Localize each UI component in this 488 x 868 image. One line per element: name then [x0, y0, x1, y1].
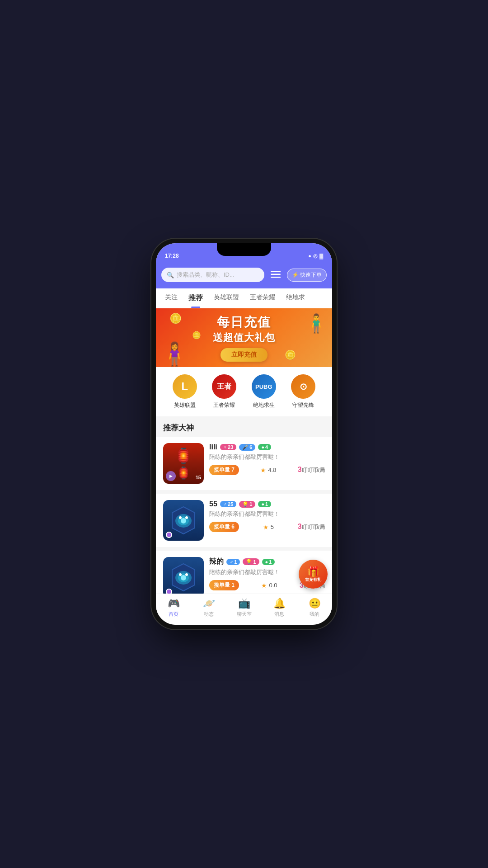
player-avatar-1[interactable] — [163, 500, 204, 541]
play-button-0[interactable]: ▶ — [166, 471, 176, 481]
nav-item-chat[interactable]: 📺 聊天室 — [226, 598, 262, 618]
player-avatar-2[interactable] — [163, 557, 204, 598]
game-icon-ow[interactable]: ⊙ 守望先锋 — [291, 374, 315, 409]
tab-pubg[interactable]: 绝地求 — [281, 288, 310, 308]
menu-button[interactable] — [268, 268, 283, 282]
rating-value-2: 0.0 — [269, 582, 277, 589]
tag-green-0: ● 4 — [258, 444, 271, 450]
tag-green-1: ● 1 — [258, 501, 271, 507]
order-badge-1: 接单量 6 — [209, 522, 239, 532]
player-name-0: lili — [209, 443, 217, 451]
coin-deco2: 🪙 — [192, 331, 201, 340]
star-icon-2: ★ — [261, 582, 267, 589]
nav-item-profile[interactable]: 😐 我的 — [297, 598, 332, 618]
tab-recommend[interactable]: 推荐 — [183, 288, 208, 308]
ow-icon-circle: ⊙ — [291, 374, 315, 399]
game-icon-lol[interactable]: L 英雄联盟 — [173, 374, 197, 409]
status-icons: ●◎▓ — [308, 253, 323, 259]
player-avatar-0[interactable]: 🏮 🏮 ▶ 15 — [163, 443, 204, 484]
player-name-1: 55 — [209, 500, 217, 508]
play-time-0: 15 — [196, 475, 201, 480]
robot-svg-1 — [168, 505, 199, 536]
profile-label: 我的 — [310, 611, 319, 618]
tag-green-2: ● 1 — [262, 559, 275, 565]
price-unit-1: 叮叮币/局 — [302, 524, 325, 530]
player-info-1: 55 ♂ 25 💡 1 ● 1 陪练的亲亲们都敲厉害哒！ 接单量 6 ★ 5 3… — [209, 500, 325, 541]
star-icon-0: ★ — [260, 467, 266, 474]
order-badge-2: 接单量 1 — [209, 580, 239, 590]
float-button[interactable]: 🎁 首充有礼 — [299, 560, 328, 589]
wzry-label: 王者荣耀 — [213, 401, 235, 409]
chat-label: 聊天室 — [237, 611, 252, 618]
message-icon: 🔔 — [273, 598, 286, 609]
bottom-nav: 🎮 首页 🪐 动态 📺 聊天室 🔔 消息 😐 我的 — [156, 594, 332, 625]
banner-button[interactable]: 立即充值 — [221, 348, 267, 362]
search-bar[interactable]: 🔍 搜索品类、昵称、ID... — [161, 268, 264, 282]
quick-order-label: 快速下单 — [300, 271, 322, 279]
nav-item-message[interactable]: 🔔 消息 — [262, 598, 297, 618]
player-name-row-1: 55 ♂ 25 💡 1 ● 1 — [209, 500, 325, 508]
gift-icon: 🎁 — [307, 566, 319, 578]
tag-male-1: ♂ 25 — [220, 501, 237, 507]
game-icon-wzry[interactable]: 王者 王者荣耀 — [212, 374, 236, 409]
svg-rect-2 — [271, 277, 281, 278]
tag-pink-1: 💡 1 — [239, 501, 255, 508]
player-desc-0: 陪练的亲亲们都敲厉害哒！ — [209, 453, 325, 461]
chat-icon: 📺 — [238, 598, 250, 609]
player-stats-0: 接单量 7 ★ 4.8 3叮叮币/局 — [209, 465, 325, 475]
order-badge-0: 接单量 7 — [209, 465, 239, 475]
tab-follow[interactable]: 关注 — [160, 288, 183, 308]
nav-tabs: 关注 推荐 英雄联盟 王者荣耀 绝地求 — [156, 288, 332, 308]
feed-label: 动态 — [204, 611, 214, 618]
nav-item-home[interactable]: 🎮 首页 — [156, 598, 191, 618]
banner-text: 每日充值 送超值大礼包 立即充值 — [213, 314, 275, 362]
banner-line2: 送超值大礼包 — [213, 331, 275, 344]
tab-wzry[interactable]: 王者荣耀 — [244, 288, 281, 308]
svg-point-8 — [185, 516, 188, 519]
price-0: 3叮叮币/局 — [298, 466, 325, 474]
star-rating-2: ★ 0.0 — [261, 582, 277, 589]
player-name-row-0: lili ♀ 23 🎤 6 ● 4 — [209, 443, 325, 451]
svg-rect-1 — [271, 274, 281, 275]
nav-item-feed[interactable]: 🪐 动态 — [191, 598, 226, 618]
banner-deco-left: 🧍‍♀️ — [160, 341, 188, 367]
player-name-2: 辣的 — [209, 557, 224, 566]
home-label: 首页 — [169, 611, 178, 618]
rating-value-0: 4.8 — [268, 467, 276, 473]
quick-order-button[interactable]: ⚡ 快速下单 — [287, 269, 327, 282]
coin-deco1: 🪙 — [169, 313, 182, 325]
tag-male-2: ♂ 1 — [226, 559, 240, 565]
content-scroll: 🧍‍♀️ 每日充值 送超值大礼包 立即充值 🧍‍♂️ 🪙 🪙 🪙 L 英雄联盟 … — [156, 308, 332, 599]
ow-label: 守望先锋 — [292, 401, 314, 409]
star-icon-1: ★ — [263, 524, 269, 531]
lightning-icon: ⚡ — [292, 272, 299, 278]
rating-value-1: 5 — [271, 524, 274, 530]
game-icons-row: L 英雄联盟 王者 王者荣耀 PUBG 绝地求生 ⊙ 守望先锋 — [156, 367, 332, 416]
coin-deco3: 🪙 — [285, 349, 296, 360]
tab-lol[interactable]: 英雄联盟 — [208, 288, 244, 308]
star-rating-0: ★ 4.8 — [260, 467, 276, 474]
tag-female-0: ♀ 23 — [220, 444, 237, 450]
status-time: 17:28 — [165, 253, 179, 259]
message-label: 消息 — [274, 611, 284, 618]
tag-pink-2: 💡 1 — [243, 558, 259, 565]
svg-point-13 — [179, 573, 182, 576]
player-info-0: lili ♀ 23 🎤 6 ● 4 陪练的亲亲们都敲厉害哒！ 接单量 7 ★ 4… — [209, 443, 325, 484]
tag-voice-0: 🎤 6 — [239, 444, 255, 451]
search-icon: 🔍 — [167, 272, 174, 278]
status-dot-1 — [166, 532, 172, 538]
lol-icon-circle: L — [173, 374, 197, 399]
game-icon-pubg[interactable]: PUBG 绝地求生 — [252, 374, 276, 409]
home-icon: 🎮 — [168, 598, 180, 609]
player-card-0: 🏮 🏮 ▶ 15 lili ♀ 23 🎤 6 ● 4 陪练的亲亲们都敲厉害哒！ … — [156, 437, 332, 494]
svg-rect-0 — [271, 271, 281, 272]
svg-point-12 — [181, 575, 186, 580]
player-stats-1: 接单量 6 ★ 5 3叮叮币/局 — [209, 522, 325, 532]
robot-svg-2 — [168, 561, 199, 593]
banner-line1: 每日充值 — [213, 314, 275, 331]
banner[interactable]: 🧍‍♀️ 每日充值 送超值大礼包 立即充值 🧍‍♂️ 🪙 🪙 🪙 — [156, 308, 332, 367]
svg-point-6 — [181, 518, 186, 524]
feed-icon: 🪐 — [203, 598, 215, 609]
search-placeholder: 搜索品类、昵称、ID... — [177, 271, 235, 279]
profile-icon: 😐 — [309, 598, 321, 609]
